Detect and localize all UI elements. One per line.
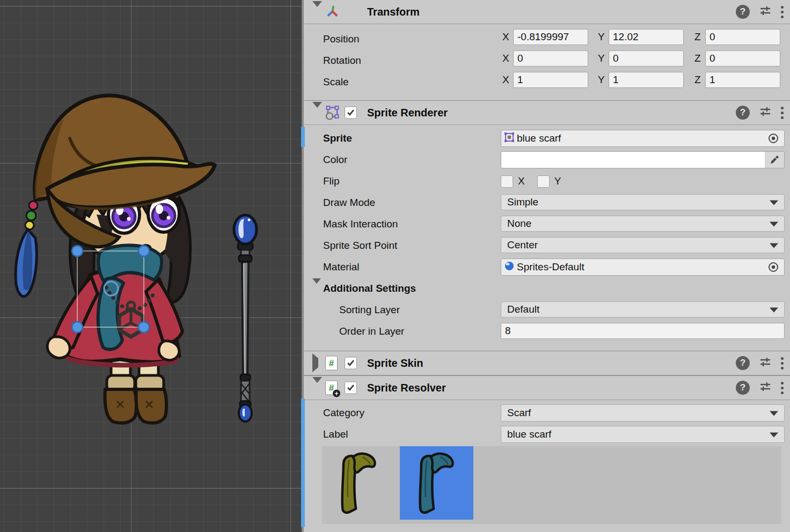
component-enabled-checkbox[interactable] xyxy=(345,357,357,370)
foldout-arrow-icon[interactable] xyxy=(312,383,322,393)
scale-x-input[interactable] xyxy=(513,72,588,88)
foldout-arrow-icon[interactable] xyxy=(312,284,321,293)
position-z-input[interactable] xyxy=(705,29,780,45)
rotation-z-input[interactable] xyxy=(705,50,780,66)
scale-y-input[interactable] xyxy=(609,72,684,88)
draw-mode-label: Draw Mode xyxy=(323,197,375,209)
script-icon: # xyxy=(325,356,338,371)
sprite-resolver-header[interactable]: # + Sprite Resolver ? xyxy=(304,375,790,400)
position-x-input[interactable] xyxy=(513,29,588,45)
category-row: Category Scarf xyxy=(304,402,790,424)
color-row: Color xyxy=(304,149,790,171)
sprite-sort-point-row: Sprite Sort Point Center xyxy=(304,235,790,256)
flip-y-label: Y xyxy=(554,175,561,187)
dropdown-arrow-icon xyxy=(770,243,778,248)
kebab-menu-icon[interactable] xyxy=(781,357,784,370)
selection-handle[interactable] xyxy=(138,322,149,332)
dropdown-arrow-icon xyxy=(770,200,778,205)
selection-handle[interactable] xyxy=(72,246,83,256)
axis-x-label: X xyxy=(502,74,513,86)
color-label: Color xyxy=(323,154,347,166)
sorting-layer-dropdown[interactable]: Default xyxy=(501,301,785,317)
flip-label: Flip xyxy=(323,175,340,187)
sprite-asset-icon xyxy=(504,132,515,145)
sprite-row: Sprite blue scarf xyxy=(304,128,790,149)
sprite-resolver-body: Category Scarf Label blue scarf xyxy=(304,400,790,524)
category-dropdown[interactable]: Scarf xyxy=(501,404,785,422)
draw-mode-dropdown[interactable]: Simple xyxy=(501,194,785,210)
help-icon[interactable]: ? xyxy=(736,106,750,120)
foldout-arrow-icon[interactable] xyxy=(312,358,318,368)
inspector-panel: Transform ? Position X Y Z Rotation X xyxy=(304,0,790,532)
sprite-object-field[interactable]: blue scarf xyxy=(501,130,785,147)
selection-handle[interactable] xyxy=(72,322,83,332)
rotation-x-input[interactable] xyxy=(513,50,588,66)
staff-sprite[interactable] xyxy=(234,215,257,422)
scale-z-input[interactable] xyxy=(705,72,780,88)
color-field[interactable] xyxy=(501,151,785,168)
kebab-menu-icon[interactable] xyxy=(781,382,784,394)
position-row: Position X Y Z xyxy=(304,28,790,50)
sprite-renderer-header[interactable]: Sprite Renderer ? xyxy=(304,100,790,125)
label-value: blue scarf xyxy=(507,428,551,440)
presets-icon[interactable] xyxy=(759,105,772,120)
component-title: Transform xyxy=(367,6,420,18)
axis-y-label: Y xyxy=(598,74,609,86)
position-y-input[interactable] xyxy=(609,29,684,45)
category-label: Category xyxy=(323,407,364,419)
axis-y-label: Y xyxy=(598,53,609,64)
order-in-layer-input[interactable] xyxy=(501,323,785,339)
sprite-sort-point-value: Center xyxy=(507,239,538,251)
transform-header[interactable]: Transform ? xyxy=(304,0,790,24)
order-in-layer-row: Order in Layer xyxy=(304,321,790,342)
axis-z-label: Z xyxy=(694,31,705,43)
color-swatch[interactable] xyxy=(501,152,765,168)
material-object-field[interactable]: Sprites-Default xyxy=(501,258,785,276)
sprite-skin-header[interactable]: # Sprite Skin ? xyxy=(304,351,790,375)
dropdown-arrow-icon xyxy=(770,221,778,226)
eyedropper-icon[interactable] xyxy=(765,152,784,168)
flip-x-checkbox[interactable] xyxy=(501,175,513,188)
override-bar-sprite xyxy=(301,127,305,147)
scene-view[interactable] xyxy=(0,0,302,532)
help-icon[interactable]: ? xyxy=(736,356,750,370)
kebab-menu-icon[interactable] xyxy=(781,6,784,18)
sprite-thumbnail-green-scarf[interactable] xyxy=(322,446,396,520)
flip-y-checkbox[interactable] xyxy=(537,175,550,188)
label-dropdown[interactable]: blue scarf xyxy=(501,426,785,443)
sorting-layer-label: Sorting Layer xyxy=(339,304,400,316)
foldout-arrow-icon[interactable] xyxy=(312,7,322,17)
draw-mode-value: Simple xyxy=(507,196,538,208)
presets-icon[interactable] xyxy=(759,380,772,395)
flip-x-label: X xyxy=(518,175,525,187)
rotation-y-input[interactable] xyxy=(609,50,684,66)
character-sprite[interactable] xyxy=(16,95,215,423)
sprite-renderer-body: Sprite blue scarf xyxy=(304,125,790,351)
selection-handle[interactable] xyxy=(138,246,149,256)
plus-badge-icon: + xyxy=(333,390,340,397)
order-in-layer-label: Order in Layer xyxy=(339,326,404,337)
additional-settings-row[interactable]: Additional Settings xyxy=(304,278,790,299)
presets-icon[interactable] xyxy=(759,4,772,19)
component-title: Sprite Skin xyxy=(367,357,423,370)
axis-x-label: X xyxy=(502,31,513,43)
sprite-thumbnail-blue-scarf-selected[interactable] xyxy=(400,446,473,520)
help-icon[interactable]: ? xyxy=(736,5,750,19)
sprite-variant-strip xyxy=(322,446,781,524)
object-picker-icon[interactable] xyxy=(765,259,781,275)
flip-row: Flip X Y xyxy=(304,171,790,192)
object-picker-icon[interactable] xyxy=(765,130,781,146)
foldout-arrow-icon[interactable] xyxy=(312,108,322,117)
mask-interaction-dropdown[interactable]: None xyxy=(501,216,785,232)
axis-x-label: X xyxy=(502,53,513,64)
category-value: Scarf xyxy=(507,407,531,419)
sprite-sort-point-dropdown[interactable]: Center xyxy=(501,237,785,253)
kebab-menu-icon[interactable] xyxy=(781,107,784,119)
hat-beads-and-feather xyxy=(16,201,38,297)
presets-icon[interactable] xyxy=(759,356,772,371)
component-enabled-checkbox[interactable] xyxy=(345,107,357,119)
material-label: Material xyxy=(323,261,360,273)
position-label: Position xyxy=(323,33,360,45)
help-icon[interactable]: ? xyxy=(736,381,750,395)
component-enabled-checkbox[interactable] xyxy=(345,382,357,394)
